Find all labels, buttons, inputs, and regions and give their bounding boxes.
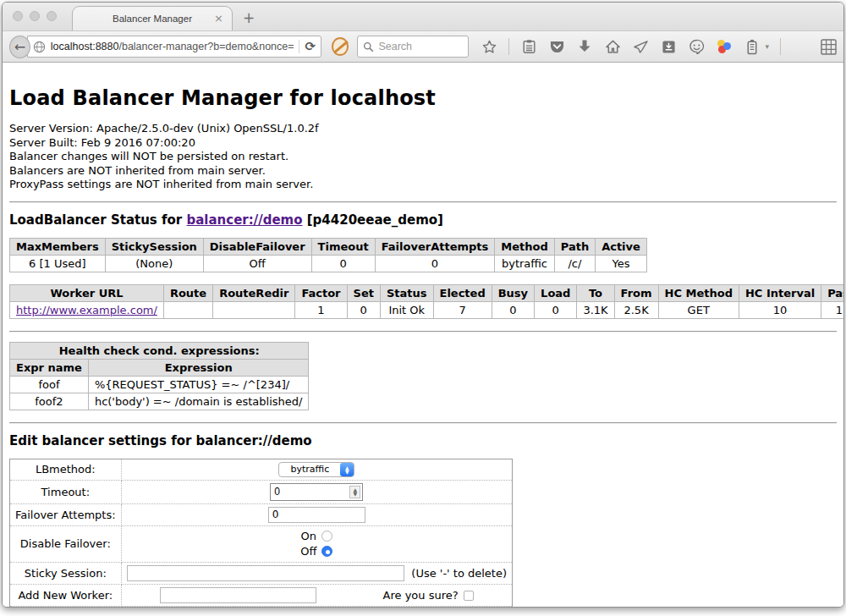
window-zoom-button[interactable]	[47, 11, 57, 21]
downloads-icon[interactable]	[576, 38, 593, 55]
select-stepper-icon: ▲▼	[340, 463, 354, 476]
proxypass-note-line: ProxyPass settings are NOT inherited fro…	[9, 178, 837, 192]
home-icon[interactable]	[604, 38, 621, 55]
failover-attempts-row: Failover Attempts:	[10, 503, 513, 525]
timeout-label: Timeout:	[10, 480, 122, 503]
table-title-row: Health check cond. expressions:	[10, 342, 309, 359]
add-worker-input[interactable]	[160, 587, 316, 603]
number-spinner-icon[interactable]: ▲▼	[349, 486, 360, 498]
feedback-smiley-icon[interactable]	[688, 38, 705, 55]
sticky-session-input[interactable]	[127, 565, 405, 581]
reload-button[interactable]: ⟳	[305, 39, 316, 54]
send-tab-icon[interactable]	[632, 38, 649, 55]
balancer-link[interactable]: balancer://demo	[186, 212, 302, 228]
toolbar-buttons: ▾	[481, 38, 837, 55]
table-row: 6 [1 Used] (None) Off 0 0 bytraffic /c/ …	[10, 255, 647, 272]
timeout-input[interactable]	[271, 485, 349, 498]
table-row: foof %{REQUEST_STATUS} =~ /^[234]/	[10, 376, 309, 393]
app-grid-icon[interactable]	[820, 38, 837, 55]
persist-note-line: Balancer changes will NOT be persisted o…	[9, 150, 837, 164]
lbmethod-select[interactable]: bytraffic ▲▼	[278, 462, 354, 477]
are-you-sure: Are you sure?	[383, 589, 474, 602]
tab-close-icon[interactable]: ×	[214, 13, 223, 24]
edit-settings-heading: Edit balancer settings for balancer://de…	[9, 433, 837, 448]
pocket-icon[interactable]	[548, 38, 565, 55]
page-content: Load Balancer Manager for localhost Serv…	[3, 63, 843, 608]
table-row: http://www.example.com/ 1 0 Init Ok 7 0 …	[10, 301, 844, 318]
sticky-session-row: Sticky Session: (Use '-' to delete)	[10, 562, 513, 584]
navigation-toolbar: ← localhost:8880/balancer-manager?b=demo…	[3, 30, 843, 63]
worker-url-link[interactable]: http://www.example.com/	[16, 304, 157, 316]
window-controls	[13, 11, 57, 21]
tab-bar: Balancer Manager × +	[3, 3, 843, 30]
colorful-extension-icon[interactable]	[716, 38, 733, 55]
inherit-note-line: Balancers are NOT inherited from main se…	[9, 164, 837, 179]
failover-on-radio[interactable]	[321, 531, 332, 542]
timeout-input-wrap: ▲▼	[270, 483, 363, 501]
window-minimize-button[interactable]	[30, 11, 40, 21]
disable-failover-label: Disable Failover:	[10, 525, 122, 562]
reading-list-icon[interactable]	[520, 38, 537, 55]
health-check-table: Health check cond. expressions: Expr nam…	[9, 342, 309, 410]
content-blocked-icon[interactable]	[332, 37, 349, 56]
divider	[9, 422, 837, 424]
chevron-down-icon[interactable]: ▾	[765, 42, 769, 51]
sticky-session-label: Sticky Session:	[10, 562, 122, 584]
failover-attempts-label: Failover Attempts:	[10, 503, 122, 525]
browser-window: Balancer Manager × + ← localhost:8880/ba…	[2, 2, 844, 608]
divider	[9, 331, 837, 333]
save-page-icon[interactable]	[660, 38, 677, 55]
table-header-row: MaxMembers StickySession DisableFailover…	[10, 238, 647, 255]
lbmethod-label: LBmethod:	[10, 459, 122, 480]
add-worker-row: Add New Worker: Are you sure?	[10, 584, 513, 606]
server-info: Server Version: Apache/2.5.0-dev (Unix) …	[9, 122, 837, 192]
failover-off-label: Off	[300, 545, 316, 558]
tab-title: Balancer Manager	[113, 14, 192, 24]
search-bar	[357, 36, 469, 58]
timeout-row: Timeout: ▲▼	[10, 480, 513, 503]
toolbar-separator	[508, 38, 509, 55]
table-header-row: Worker URL Route RouteRedir Factor Set S…	[10, 284, 844, 301]
new-tab-button[interactable]: +	[243, 9, 255, 26]
bookmark-star-icon[interactable]	[481, 38, 497, 55]
url-divider	[299, 40, 299, 53]
search-icon	[363, 41, 374, 52]
divider	[9, 201, 837, 203]
battery-extension-icon[interactable]	[744, 38, 761, 55]
toolbar-separator-2	[780, 38, 781, 55]
search-input[interactable]	[378, 41, 463, 52]
failover-on-label: On	[301, 530, 316, 542]
url-bar[interactable]: localhost:8880/balancer-manager?b=demo&n…	[27, 36, 321, 58]
url-text: localhost:8880/balancer-manager?b=demo&n…	[51, 41, 294, 52]
are-you-sure-checkbox[interactable]	[464, 591, 474, 601]
lbmethod-row: LBmethod: bytraffic ▲▼	[10, 459, 513, 480]
window-close-button[interactable]	[13, 11, 23, 21]
balancer-status-table: MaxMembers StickySession DisableFailover…	[9, 238, 647, 272]
disable-failover-row: Disable Failover: On Off	[10, 525, 513, 562]
table-header-row: Expr name Expression	[10, 359, 309, 376]
failover-attempts-input[interactable]	[268, 507, 365, 523]
server-version-line: Server Version: Apache/2.5.0-dev (Unix) …	[9, 122, 837, 136]
balancer-settings-form: LBmethod: bytraffic ▲▼ Timeout: ▲▼	[9, 459, 513, 608]
add-worker-label: Add New Worker:	[10, 584, 122, 606]
status-heading: LoadBalancer Status for balancer://demo …	[9, 212, 837, 228]
site-globe-icon	[33, 41, 46, 53]
sticky-session-hint: (Use '-' to delete)	[411, 567, 507, 580]
failover-off-radio[interactable]	[321, 546, 332, 557]
table-row: foof2 hc('body') =~ /domain is establish…	[10, 393, 309, 410]
worker-status-table: Worker URL Route RouteRedir Factor Set S…	[9, 284, 843, 319]
menu-icon[interactable]	[792, 38, 809, 55]
server-built-line: Server Built: Feb 9 2016 07:00:20	[9, 136, 837, 151]
submit-row: Submit	[10, 606, 513, 608]
tab-balancer-manager[interactable]: Balancer Manager ×	[72, 6, 233, 30]
back-button[interactable]: ←	[9, 36, 30, 58]
page-title: Load Balancer Manager for localhost	[9, 86, 837, 110]
